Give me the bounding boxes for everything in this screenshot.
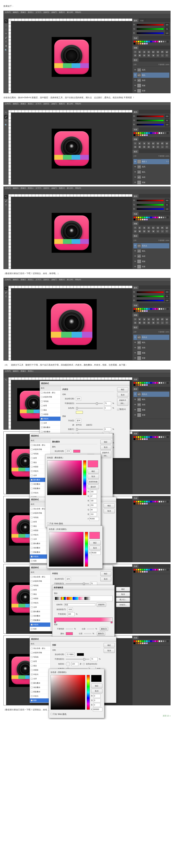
effect-checkbox[interactable] xyxy=(31,462,33,463)
swatch[interactable] xyxy=(165,569,167,570)
layer-row[interactable]: 👁▸🗀高亮 xyxy=(134,164,169,169)
swatch[interactable] xyxy=(146,132,148,134)
adjustment-icon[interactable]: ▤ xyxy=(134,145,137,148)
swatch[interactable] xyxy=(144,134,146,136)
swatch[interactable] xyxy=(165,41,167,42)
swatch[interactable] xyxy=(161,308,162,310)
effect-checkbox[interactable] xyxy=(31,470,33,472)
swatch[interactable] xyxy=(140,384,142,386)
layer-name[interactable]: 高光点 xyxy=(142,244,169,247)
swatch[interactable] xyxy=(146,308,148,310)
fx-badge[interactable]: fx ▾ xyxy=(166,160,169,163)
hue-slider[interactable] xyxy=(83,460,86,495)
swatch[interactable] xyxy=(142,308,144,310)
swatch[interactable] xyxy=(159,132,160,134)
swatch[interactable] xyxy=(142,43,144,44)
canvas-area[interactable] xyxy=(8,19,132,93)
layer-name[interactable]: 高亮 xyxy=(142,68,169,71)
swatch[interactable] xyxy=(136,132,137,134)
swatch[interactable] xyxy=(138,569,140,570)
layer-list[interactable]: 👁▸🗀高亮👁▸🗀镜头👁▸🗀条纹👁底板👁背景 xyxy=(134,67,169,93)
effect-item[interactable]: 投影 xyxy=(30,627,50,631)
adjustment-icon[interactable]: ▧ xyxy=(142,54,146,57)
effect-item[interactable]: 描边 xyxy=(30,664,50,668)
swatch[interactable] xyxy=(136,219,137,220)
adjustment-icon[interactable]: ▨ xyxy=(147,230,150,233)
layer-name[interactable]: 镜头 xyxy=(142,73,169,77)
swatch[interactable] xyxy=(159,41,160,42)
effect-checkbox[interactable] xyxy=(31,560,33,562)
menu-edit[interactable]: 编辑(E) xyxy=(13,11,19,14)
swatch[interactable] xyxy=(142,310,144,312)
effect-item[interactable]: 光泽 xyxy=(30,605,50,610)
swatch[interactable] xyxy=(134,41,135,42)
swatch[interactable] xyxy=(148,41,150,42)
swatch[interactable] xyxy=(159,308,160,310)
swatch[interactable] xyxy=(161,216,162,218)
adjustment-icon[interactable]: ◪ xyxy=(165,50,169,54)
tab-adjustments[interactable]: 调整 xyxy=(132,46,139,49)
swatch[interactable] xyxy=(148,640,150,642)
effect-checkbox[interactable] xyxy=(31,695,33,697)
swatch[interactable] xyxy=(136,640,137,642)
menu-select[interactable]: 选择(S) xyxy=(43,11,49,14)
layer-name[interactable]: 底板 xyxy=(142,84,169,87)
swatch[interactable] xyxy=(163,308,165,310)
swatch[interactable] xyxy=(146,642,148,644)
swatch[interactable] xyxy=(146,569,148,570)
effect-item[interactable]: 纹理 xyxy=(30,659,50,664)
r-value[interactable]: 255 xyxy=(165,23,169,27)
swatch[interactable] xyxy=(146,436,148,438)
swatch[interactable] xyxy=(142,134,144,136)
swatch[interactable] xyxy=(154,216,156,218)
menu-file[interactable]: 文件(F) xyxy=(5,11,11,14)
adjustment-icon[interactable]: ◪ xyxy=(165,226,169,229)
layer-name[interactable]: 条纹 xyxy=(142,403,169,406)
visibility-icon[interactable]: 👁 xyxy=(134,403,136,406)
effect-item[interactable]: 光泽 xyxy=(30,677,50,681)
layer-name[interactable]: 底板 xyxy=(142,260,169,263)
effect-checkbox[interactable] xyxy=(31,547,33,549)
effect-item[interactable]: 内阴影 xyxy=(30,668,50,672)
swatch[interactable] xyxy=(156,501,158,503)
effect-checkbox[interactable] xyxy=(31,611,33,613)
adjustment-icon[interactable]: ◐ xyxy=(138,226,141,229)
layer-row[interactable]: 👁底板 xyxy=(134,83,169,88)
swatch[interactable] xyxy=(140,640,142,642)
swatch[interactable] xyxy=(167,382,169,384)
adjustment-icon[interactable]: ▦ xyxy=(138,54,141,57)
swatch[interactable] xyxy=(136,501,137,503)
swatch[interactable] xyxy=(154,501,156,503)
swatch[interactable] xyxy=(134,384,135,386)
effect-checkbox[interactable] xyxy=(31,648,33,649)
visibility-icon[interactable]: 👁 xyxy=(134,160,136,163)
layer-name[interactable]: 条纹 xyxy=(142,176,169,179)
adjustment-icon[interactable]: ◎ xyxy=(156,321,160,324)
visibility-icon[interactable]: 👁 xyxy=(134,398,136,401)
swatch[interactable] xyxy=(142,640,144,642)
swatch[interactable] xyxy=(134,503,135,505)
swatch[interactable] xyxy=(134,569,135,570)
swatch-grid[interactable] xyxy=(134,41,169,44)
effect-item[interactable]: 描边 xyxy=(30,592,50,596)
effect-checkbox[interactable] xyxy=(31,551,33,553)
swatch[interactable] xyxy=(161,41,162,42)
angle-dial[interactable] xyxy=(66,662,70,666)
color-picker-dialog[interactable]: 拾色器（外发光颜色） 确定 取消 #ff5499 xyxy=(47,526,103,569)
swatch[interactable] xyxy=(154,569,156,570)
effect-checkbox[interactable] xyxy=(41,413,43,415)
layer-name[interactable]: 背景 xyxy=(142,89,169,92)
adjustment-icon[interactable]: ▦ xyxy=(138,321,141,324)
swatch[interactable] xyxy=(140,216,142,218)
effect-item[interactable]: 纹理 xyxy=(40,404,61,408)
adjustment-icon[interactable]: ◩ xyxy=(161,142,164,145)
swatch[interactable] xyxy=(159,569,160,570)
swatch[interactable] xyxy=(138,310,140,312)
swatch[interactable] xyxy=(150,501,152,503)
swatch[interactable] xyxy=(167,436,169,438)
cancel-button[interactable]: 取消 xyxy=(88,474,99,479)
adjustment-icon[interactable]: ◨ xyxy=(156,318,160,321)
new-button[interactable]: 新建(W) xyxy=(97,602,106,607)
opacity-input[interactable]: 75 xyxy=(104,402,111,405)
gradient-preset[interactable] xyxy=(78,597,84,600)
